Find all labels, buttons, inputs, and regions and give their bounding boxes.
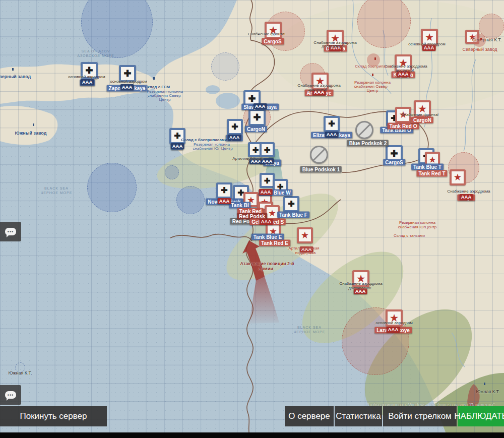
red-star-icon: ★ [425,33,433,42]
blue-airfield-icon[interactable]: ✚ [169,128,185,144]
unit-label-badge[interactable]: AAA [261,158,274,164]
german-cross-icon: ✚ [253,113,261,122]
influence-zone [81,0,153,58]
unit-label-badge[interactable]: AAA [354,288,367,294]
unit-label-badge[interactable]: AAA [300,246,313,253]
red-airfield-icon[interactable]: ★ [395,107,411,123]
german-cross-icon: ✚ [231,123,238,131]
influence-zone [87,163,137,212]
german-cross-icon: ✚ [328,120,335,128]
sea-name-label: BLACK SEA [297,326,322,329]
red-airfield-icon[interactable]: ★ [327,30,344,47]
red-star-icon: ★ [400,111,407,119]
blue-airfield-icon[interactable]: ✚ [81,62,98,79]
map-text-label: Армии [258,266,273,271]
unit-label-badge[interactable]: AAA [259,189,273,195]
unit-label-badge[interactable]: AAA [422,45,436,51]
red-airfield-icon[interactable]: ★ [297,227,313,243]
red-star-icon: ★ [331,34,339,43]
map-text-label: снабжения Север- [354,84,389,89]
map-text-label: Склад с танками [394,233,425,238]
german-cross-icon: ✚ [264,177,271,184]
red-star-icon: ★ [390,314,398,323]
unit-label-badge[interactable]: Blue Podskok 2 [347,140,389,147]
german-cross-icon: ✚ [390,149,398,158]
unit-label-badge[interactable]: AAA [171,143,184,149]
influence-zone [176,186,205,214]
red-star-icon: ★ [418,104,426,113]
red-airfield-icon[interactable]: ★ [395,54,412,72]
blue-airfield-icon[interactable]: ✚ [283,196,299,212]
sea-name-label: BLACK SEA [44,186,69,190]
leave-server-button[interactable]: Покинуть сервер [0,406,107,426]
unit-label-badge[interactable]: Tank Red O [388,123,419,130]
blue-airfield-icon[interactable]: ✚ [119,65,136,82]
observe-button[interactable]: НАБЛЮДАТЬ [458,406,504,426]
unit-label-badge[interactable]: AAA [329,45,343,51]
unit-label-badge[interactable]: Blue Podskok 1 [300,166,342,173]
sea-name-label: ЧЕРНОЕ МОРЕ [294,330,326,334]
german-cross-icon: ✚ [85,66,93,75]
closed-airfield-icon[interactable] [310,146,328,164]
red-star-icon: ★ [357,274,365,283]
influence-zone [15,362,25,372]
unit-label-badge[interactable]: Tank Red T [416,170,447,177]
blue-airfield-icon[interactable]: ✚ [260,142,275,157]
closed-airfield-icon[interactable] [355,121,373,139]
german-cross-icon: ✚ [264,146,271,154]
map-text-label: Снабжение аэродрома [447,189,490,194]
blue-airfield-icon[interactable]: ✚ [227,119,243,135]
map-text-label: Северный завод [0,74,31,79]
map-text-label: Центр [159,97,171,102]
unit-label-badge[interactable]: CargoN [411,117,433,123]
map-text-label: Склад с боеприпасами [181,138,227,142]
map-text-label: Резервная колонна [147,89,183,94]
unit-label-badge[interactable]: Tank Blue F [277,212,309,218]
unit-label-badge[interactable]: AAA [218,198,231,204]
unit-label-badge[interactable]: AAA [460,194,473,200]
map-text-label: Северный завод [462,47,497,52]
chat-bubble-icon: ••• [5,391,16,399]
german-cross-icon: ✚ [248,94,256,103]
red-airfield-icon[interactable]: ★ [414,100,431,117]
unit-label-badge[interactable]: AAA [228,135,241,141]
unit-label-badge[interactable]: AAA [325,132,339,138]
unit-label-badge[interactable]: Tank Blue T [411,164,444,170]
unit-label-badge[interactable]: AAA [81,79,94,85]
unit-label-badge[interactable]: AAA [387,327,400,333]
unit-label-badge[interactable]: AAA [254,103,267,109]
unit-label-badge[interactable]: AAA [260,219,273,225]
chat-toggle-button-1[interactable]: ••• [0,222,21,241]
red-star-icon: ★ [399,58,407,68]
german-cross-icon: ✚ [174,132,180,140]
unit-label-badge[interactable]: AAA [120,84,134,90]
join-gunner-button[interactable]: Войти стрелком [383,406,457,426]
blue-airfield-icon[interactable]: ✚ [248,109,266,126]
strategic-map[interactable]: ✚✚✚✚✚✚✚✚✚✚✚✚✚✚✚✚✚★★★★★★★★★★★★★★★★★★★Ли е… [0,0,504,438]
unit-label-badge[interactable]: Tank Red E [259,240,290,246]
sea-name-label: АЗОВСКОЕ МОРЕ [77,54,114,57]
unit-label-badge[interactable]: CargoS [262,38,284,45]
red-airfield-icon[interactable]: ★ [352,270,369,287]
map-text-label: Резервная колонна [194,142,230,147]
red-airfield-icon[interactable]: ★ [311,73,329,90]
unit-label-badge[interactable]: AAA [397,71,410,77]
red-airfield-icon[interactable]: ★ [421,29,438,46]
chat-bubble-icon: ••• [5,228,16,235]
red-airfield-icon[interactable]: ★ [450,169,466,185]
chat-toggle-button-2[interactable]: ••• [0,385,21,405]
blue-airfield-icon[interactable]: ✚ [216,182,232,199]
about-server-button[interactable]: О сервере [285,406,334,426]
german-cross-icon: ✚ [288,200,294,208]
statistics-button[interactable]: Статистика [335,406,382,426]
unit-label-badge[interactable]: AAA [312,89,326,95]
unit-label-badge[interactable]: CargoS [383,159,405,166]
sea-name-label: SEA OF AZOV [82,49,110,53]
red-airfield-icon[interactable]: ★ [265,22,282,39]
map-text-label: Резервная колонна [399,220,435,225]
unit-label-badge[interactable]: CargoN [245,126,267,133]
blue-airfield-icon[interactable]: ✚ [324,116,340,132]
red-star-icon: ★ [269,26,277,35]
map-text-label: Склад с ГСМ [145,85,170,89]
red-airfield-icon[interactable]: ★ [386,309,403,327]
